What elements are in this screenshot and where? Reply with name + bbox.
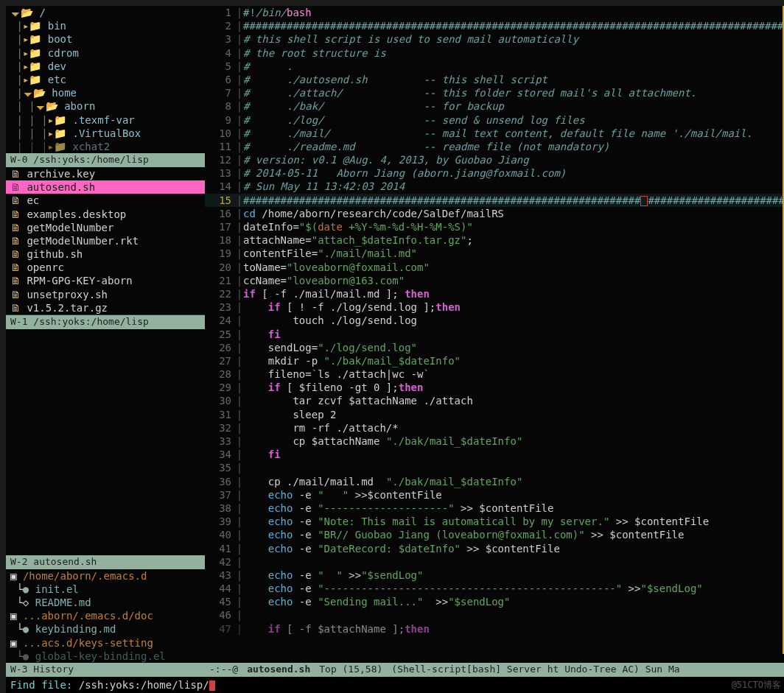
- line-number: 39: [205, 515, 236, 528]
- code-line[interactable]: 13|# 2014-05-11 Aborn Jiang (aborn.jiang…: [205, 166, 784, 180]
- tree-item[interactable]: |▸📁 cdrom: [6, 46, 205, 60]
- history-dir[interactable]: ▣ ...aborn/.emacs.d/doc: [6, 609, 205, 622]
- code-line[interactable]: 12|# version: v0.1 @Aug. 4, 2013, by Guo…: [205, 153, 784, 166]
- tree-item[interactable]: |▸📁 bin: [6, 19, 205, 32]
- line-number: 13: [205, 166, 236, 180]
- line-number: 12: [205, 153, 236, 166]
- code-line[interactable]: 36| cp ./mail/mail.md "./bak/mail_$dateI…: [205, 475, 784, 488]
- history-file[interactable]: └● keybinding.md: [6, 622, 205, 636]
- history-file[interactable]: └● init.el: [6, 583, 205, 596]
- file-item[interactable]: 🗎 github.sh: [6, 247, 205, 261]
- line-number: 18: [205, 233, 236, 247]
- code-line[interactable]: 34| fi: [205, 448, 784, 461]
- file-item[interactable]: 🗎 getModelNumber: [6, 221, 205, 234]
- line-number: 4: [205, 46, 236, 60]
- code-line[interactable]: 10|# ./mail/ -- mail text content, defau…: [205, 127, 784, 140]
- history-dir[interactable]: ▣ ...acs.d/keys-setting: [6, 636, 205, 650]
- code-line[interactable]: 15|#####################################…: [205, 194, 784, 207]
- line-number: 24: [205, 314, 236, 327]
- code-line[interactable]: 35|: [205, 461, 784, 474]
- cursor: [209, 680, 215, 691]
- code-line[interactable]: 7|# ./attach/ -- this folder stored mail…: [205, 86, 784, 99]
- code-line[interactable]: 27| mkdir -p "./bak/mail_$dateInfo": [205, 354, 784, 367]
- code-line[interactable]: 26| sendLog="./log/send.log": [205, 341, 784, 354]
- modeline-position: Top (15,58): [319, 664, 382, 676]
- code-line[interactable]: 18|attachName="attach_$dateInfo.tar.gz";: [205, 233, 784, 247]
- code-line[interactable]: 1|#!/bin/bash: [205, 6, 784, 19]
- code-line[interactable]: 2|######################################…: [205, 19, 784, 32]
- code-line[interactable]: 4|# the root structure is: [205, 46, 784, 60]
- code-line[interactable]: 14|# Sun May 11 13:42:03 2014: [205, 180, 784, 193]
- minibuffer-prompt: Find file:: [10, 679, 79, 691]
- code-line[interactable]: 46|: [205, 608, 784, 622]
- code-line[interactable]: 32| rm -rf ./attach/*: [205, 421, 784, 435]
- line-number: 35: [205, 461, 236, 474]
- tree-item[interactable]: |▸📁 boot: [6, 32, 205, 46]
- history-file[interactable]: └◇ README.md: [6, 596, 205, 609]
- modeline-main: -:--@ autosend.sh Top (15,58) (Shell-scr…: [205, 663, 784, 677]
- code-line[interactable]: 19|contentFile="./mail/mail.md": [205, 247, 784, 260]
- code-line[interactable]: 24| touch ./log/send.log: [205, 314, 784, 327]
- file-item[interactable]: 🗎 getModelNumber.rkt: [6, 234, 205, 247]
- file-item[interactable]: 🗎 openrc: [6, 261, 205, 274]
- code-line[interactable]: 41| echo -e "DateRecord: $dateInfo" >> $…: [205, 542, 784, 555]
- code-line[interactable]: 40| echo -e "BR// Guobao Jiang (loveabor…: [205, 528, 784, 541]
- code-line[interactable]: 42|: [205, 555, 784, 569]
- code-line[interactable]: 22|if [ -f ./mail/mail.md ]; then: [205, 287, 784, 300]
- file-item[interactable]: 🗎 v1.5.2.tar.gz: [6, 301, 205, 315]
- file-item[interactable]: 🗎 RPM-GPG-KEY-aborn: [6, 274, 205, 287]
- code-line[interactable]: 21|ccName="loveaborn@163.com": [205, 274, 784, 287]
- file-item[interactable]: 🗎 examples.desktop: [6, 208, 205, 221]
- code-line[interactable]: 38| echo -e "--------------------" >> $c…: [205, 502, 784, 515]
- code-line[interactable]: 44| echo -e "---------------------------…: [205, 582, 784, 595]
- file-list-pane: 🗎 archive.key🗎 autosend.sh🗎 ec🗎 examples…: [6, 167, 205, 315]
- line-number: 6: [205, 73, 236, 86]
- minibuffer[interactable]: Find file: /ssh:yoks:/home/lisp/: [6, 677, 784, 693]
- file-item[interactable]: 🗎 unsetproxy.sh: [6, 288, 205, 301]
- file-item[interactable]: 🗎 archive.key: [6, 167, 205, 180]
- code-line[interactable]: 33| cp $attachName "./bak/mail_$dateInfo…: [205, 435, 784, 448]
- history-dir[interactable]: ▣ /home/aborn/.emacs.d: [6, 569, 205, 583]
- code-line[interactable]: 5|# .: [205, 60, 784, 73]
- tree-item[interactable]: | |🞃📂 aborn: [6, 99, 205, 113]
- line-number: 19: [205, 247, 236, 260]
- history-file[interactable]: └● global-key-binding.el: [6, 650, 205, 663]
- code-line[interactable]: 17|dateInfo="$(date +%Y-%m-%d-%H-%M-%S)": [205, 220, 784, 233]
- tree-item[interactable]: | | |▸📁 .VirtualBox: [6, 127, 205, 140]
- tree-item[interactable]: |▸📁 dev: [6, 60, 205, 73]
- code-line[interactable]: 16|cd /home/aborn/research/code/SalDef/m…: [205, 207, 784, 220]
- tree-item[interactable]: |▸📁 etc: [6, 73, 205, 86]
- editor[interactable]: 1|#!/bin/bash2|#########################…: [205, 6, 784, 677]
- code-line[interactable]: 6|# ./autosend.sh -- this shell script: [205, 73, 784, 86]
- code-line[interactable]: 25| fi: [205, 328, 784, 341]
- tree-item[interactable]: | | |▸📁 xchat2: [6, 140, 205, 153]
- code-line[interactable]: 30| tar zcvf $attachName ./attach: [205, 394, 784, 407]
- code-line[interactable]: 8|# ./bak/ -- for backup: [205, 99, 784, 113]
- code-line[interactable]: 9|# ./log/ -- send & unsend log files: [205, 113, 784, 127]
- line-number: 37: [205, 488, 236, 502]
- line-number: 45: [205, 595, 236, 608]
- file-item[interactable]: 🗎 ec: [6, 194, 205, 207]
- code-line[interactable]: 23| if [ ! -f ./log/send.log ];then: [205, 300, 784, 314]
- minibuffer-input[interactable]: /ssh:yoks:/home/lisp/: [79, 679, 209, 691]
- line-number: 15: [205, 194, 236, 207]
- tree-item[interactable]: |🞃📂 home: [6, 86, 205, 99]
- code-line[interactable]: 37| echo -e " " >>$contentFile: [205, 488, 784, 502]
- line-number: 27: [205, 354, 236, 367]
- line-number: 1: [205, 6, 236, 19]
- modeline-w0: W-0 /ssh:yoks:/home/lisp: [6, 153, 205, 167]
- code-line[interactable]: 29| if [ $fileno -gt 0 ];then: [205, 381, 784, 394]
- code-line[interactable]: 3|# this shell script is used to send ma…: [205, 32, 784, 46]
- file-item[interactable]: 🗎 autosend.sh: [6, 180, 205, 194]
- code-line[interactable]: 45| echo -e "Sending mail..." >>"$sendLo…: [205, 595, 784, 608]
- code-line[interactable]: 11|# ./readme.md -- readme file (not man…: [205, 140, 784, 153]
- line-number: 43: [205, 569, 236, 582]
- code-line[interactable]: 20|toName="loveaborn@foxmail.com": [205, 261, 784, 274]
- tree-item[interactable]: | | |▸📁 .texmf-var: [6, 113, 205, 127]
- tree-item[interactable]: 🞃📂 /: [6, 6, 205, 19]
- code-line[interactable]: 31| sleep 2: [205, 408, 784, 421]
- code-line[interactable]: 28| fileno=`ls ./attach|wc -w`: [205, 367, 784, 381]
- code-line[interactable]: 39| echo -e "Note: This mail is automati…: [205, 515, 784, 528]
- code-line[interactable]: 43| echo -e " " >>"$sendLog": [205, 569, 784, 582]
- code-line[interactable]: 47| if [ -f $attachName ];then: [205, 622, 784, 636]
